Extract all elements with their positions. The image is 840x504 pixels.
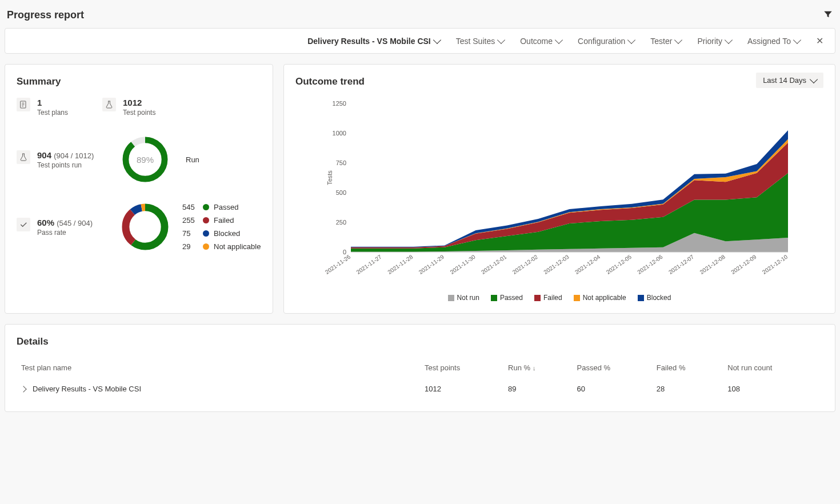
legend-notapp: Not applicable xyxy=(574,294,626,302)
svg-text:1250: 1250 xyxy=(333,100,346,107)
svg-text:250: 250 xyxy=(336,219,346,226)
beaker-icon xyxy=(102,98,116,111)
time-range-label: Last 14 Days xyxy=(763,76,806,85)
col-notrun[interactable]: Not run count xyxy=(723,358,823,378)
swatch-icon xyxy=(203,217,209,223)
svg-text:2021-12-01: 2021-12-01 xyxy=(480,253,508,275)
test-plan-icon xyxy=(17,98,30,111)
details-table: Test plan name Test points Run %↓ Passed… xyxy=(17,358,823,400)
chevron-down-icon xyxy=(555,35,563,43)
run-donut-pct: 89% xyxy=(119,134,171,185)
run-donut: 89% xyxy=(119,134,171,185)
metric-label: Pass rate xyxy=(37,229,93,237)
filter-priority[interactable]: Priority xyxy=(697,37,731,46)
metric-run: 904 (904 / 1012) Test points run xyxy=(17,150,108,169)
svg-text:750: 750 xyxy=(336,159,346,166)
svg-text:500: 500 xyxy=(336,189,346,196)
trend-legend: Not run Passed Failed Not applicable Blo… xyxy=(295,294,823,302)
svg-text:2021-12-07: 2021-12-07 xyxy=(667,253,695,275)
metric-value: 904 (904 / 1012) xyxy=(37,150,94,160)
legend-blocked: 75 Blocked xyxy=(182,229,261,238)
svg-text:2021-12-06: 2021-12-06 xyxy=(636,253,664,275)
filter-icon[interactable] xyxy=(823,9,833,21)
filter-label: Test Suites xyxy=(456,37,495,46)
metric-value: 60% (545 / 904) xyxy=(37,218,93,227)
col-failed[interactable]: Failed % xyxy=(652,358,723,378)
swatch-icon xyxy=(203,204,209,210)
legend-failed: Failed xyxy=(534,294,562,302)
pass-donut xyxy=(119,201,171,253)
legend-passed: 545 Passed xyxy=(182,203,261,211)
col-passed[interactable]: Passed % xyxy=(573,358,652,378)
svg-text:2021-11-30: 2021-11-30 xyxy=(449,253,477,275)
svg-text:2021-12-05: 2021-12-05 xyxy=(605,253,633,275)
filter-bar: Delivery Results - VS Mobile CSI Test Su… xyxy=(5,28,835,54)
page-title: Progress report xyxy=(7,9,84,21)
metric-value: 1012 xyxy=(123,98,155,107)
legend-notapplicable: 29 Not applicable xyxy=(182,242,261,251)
chevron-down-icon xyxy=(627,35,635,43)
beaker-icon xyxy=(17,150,30,164)
chevron-down-icon xyxy=(793,35,801,43)
chevron-down-icon xyxy=(810,75,818,83)
metric-label: Test plans xyxy=(37,109,68,117)
filter-configuration[interactable]: Configuration xyxy=(578,37,634,46)
filter-tester[interactable]: Tester xyxy=(650,37,681,46)
svg-text:2021-12-09: 2021-12-09 xyxy=(730,253,758,275)
metric-label: Test points xyxy=(123,109,155,117)
details-card: Details Test plan name Test points Run %… xyxy=(5,324,835,412)
svg-text:Tests: Tests xyxy=(326,170,333,185)
metric-label: Test points run xyxy=(37,161,94,169)
filter-label: Outcome xyxy=(520,37,553,46)
metric-test-points: 1012 Test points xyxy=(102,98,155,117)
filter-label: Tester xyxy=(650,37,672,46)
metric-pass: 60% (545 / 904) Pass rate xyxy=(17,218,108,237)
legend-notrun: Not run xyxy=(448,294,479,302)
svg-text:2021-11-27: 2021-11-27 xyxy=(355,253,383,275)
swatch-icon xyxy=(203,243,209,250)
svg-text:2021-12-04: 2021-12-04 xyxy=(574,253,602,275)
expand-icon[interactable] xyxy=(20,386,26,392)
swatch-icon xyxy=(203,230,209,237)
filter-assigned-to[interactable]: Assigned To xyxy=(747,37,800,46)
svg-text:2021-12-08: 2021-12-08 xyxy=(699,253,727,275)
filter-outcome[interactable]: Outcome xyxy=(520,37,562,46)
svg-text:2021-12-03: 2021-12-03 xyxy=(542,253,570,275)
chevron-down-icon xyxy=(674,35,682,43)
chevron-down-icon xyxy=(497,35,505,43)
filter-test-plan-label: Delivery Results - VS Mobile CSI xyxy=(307,37,431,46)
col-points[interactable]: Test points xyxy=(420,358,503,378)
legend-passed: Passed xyxy=(491,294,523,302)
details-title: Details xyxy=(17,336,823,347)
pass-legend: 545 Passed 255 Failed 75 Blocked 29 xyxy=(182,203,261,251)
filter-label: Configuration xyxy=(578,37,625,46)
col-name[interactable]: Test plan name xyxy=(17,358,420,378)
filter-test-plan[interactable]: Delivery Results - VS Mobile CSI xyxy=(307,37,440,46)
sort-desc-icon: ↓ xyxy=(533,365,536,371)
svg-text:2021-12-02: 2021-12-02 xyxy=(511,253,539,275)
trend-chart: 025050075010001250Tests2021-11-262021-11… xyxy=(295,98,823,288)
svg-text:2021-11-26: 2021-11-26 xyxy=(324,253,352,275)
svg-text:2021-11-29: 2021-11-29 xyxy=(418,253,446,275)
chevron-down-icon xyxy=(725,35,733,43)
filter-label: Assigned To xyxy=(747,37,791,46)
filter-test-suites[interactable]: Test Suites xyxy=(456,37,504,46)
close-filters-button[interactable]: ✕ xyxy=(816,35,823,46)
chevron-down-icon xyxy=(433,35,441,43)
summary-title: Summary xyxy=(17,76,261,87)
time-range-dropdown[interactable]: Last 14 Days xyxy=(756,73,823,88)
check-icon xyxy=(17,218,30,231)
svg-text:2021-11-28: 2021-11-28 xyxy=(386,253,414,275)
legend-failed: 255 Failed xyxy=(182,216,261,225)
trend-card: Outcome trend Last 14 Days 0250500750100… xyxy=(283,64,835,314)
filter-label: Priority xyxy=(697,37,722,46)
svg-text:1000: 1000 xyxy=(333,130,346,137)
col-run[interactable]: Run %↓ xyxy=(503,358,573,378)
metric-test-plans: 1 Test plans xyxy=(17,98,68,117)
metric-value: 1 xyxy=(37,98,68,107)
svg-text:2021-12-10: 2021-12-10 xyxy=(761,253,789,275)
trend-title: Outcome trend xyxy=(295,76,823,87)
legend-blocked: Blocked xyxy=(638,294,671,302)
table-row[interactable]: Delivery Results - VS Mobile CSI10128960… xyxy=(17,378,823,400)
run-word: Run xyxy=(186,155,199,164)
